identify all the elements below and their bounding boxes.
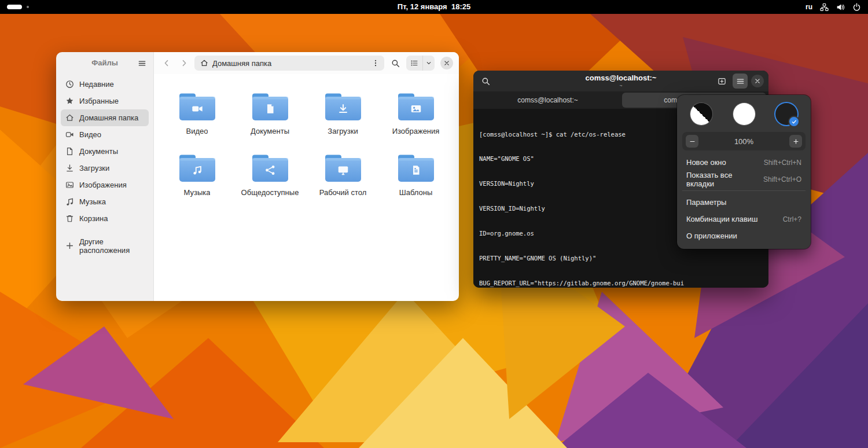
sidebar-item-home[interactable]: Домашняя папка <box>61 109 149 126</box>
back-button[interactable] <box>160 56 174 70</box>
files-header-bar: Домашняя папка <box>154 52 459 74</box>
menu-item-accel: Ctrl+? <box>776 215 801 223</box>
console-main-menu-button[interactable] <box>733 74 748 89</box>
sidebar-item-label: Видео <box>79 130 101 139</box>
folder-item-desktop[interactable]: Рабочий стол <box>309 153 377 197</box>
plus-icon <box>65 241 74 250</box>
system-tray[interactable]: ru <box>806 0 861 14</box>
folder-item-music[interactable]: Музыка <box>163 153 231 197</box>
list-view-icon <box>410 59 418 67</box>
menu-item-label: О приложении <box>686 232 737 240</box>
terminal-line: PRETTY_NAME="GNOME OS (Nightly)" <box>479 254 763 262</box>
sidebar-item-documents[interactable]: Документы <box>61 143 149 160</box>
sidebar-item-pictures[interactable]: Изображения <box>61 177 149 193</box>
list-view-button[interactable] <box>406 56 423 71</box>
image-emblem-icon <box>410 102 422 115</box>
files-main-menu-button[interactable] <box>135 56 149 70</box>
menu-item-keyboard-shortcuts[interactable]: Комбинации клавиш Ctrl+? <box>681 211 807 227</box>
folder-label: Видео <box>186 127 208 135</box>
files-sidebar-list: Недавние Избранные Домашняя папка Видео … <box>56 74 153 254</box>
console-menu-popover: 100% Новое окно Shift+Ctrl+N Показать вс… <box>677 95 811 249</box>
view-options-button[interactable] <box>423 56 435 71</box>
check-icon <box>792 119 797 124</box>
chevron-right-icon <box>180 59 188 67</box>
folder-item-videos[interactable]: Видео <box>163 91 231 135</box>
zoom-out-button[interactable] <box>686 135 698 148</box>
home-icon <box>200 59 208 67</box>
theme-system-button[interactable] <box>690 103 712 125</box>
files-sidebar: Файлы Недавние Избранные Домашняя папка <box>56 52 153 301</box>
sidebar-item-recent[interactable]: Недавние <box>61 76 149 93</box>
image-icon <box>65 181 74 189</box>
folder-grid: Видео Документы Загрузки <box>154 74 459 197</box>
console-tab-1[interactable]: comss@localhost:~ <box>476 93 620 108</box>
menu-item-label: Новое окно <box>686 158 726 167</box>
menu-item-accel: Shift+Ctrl+O <box>756 175 801 183</box>
sidebar-item-music[interactable]: Музыка <box>61 193 149 210</box>
folder-label: Общедоступные <box>241 188 299 197</box>
menu-item-show-all-tabs[interactable]: Показать все вкладки Shift+Ctrl+O <box>681 171 807 188</box>
minus-icon <box>689 138 696 145</box>
terminal-line: BUG_REPORT_URL="https://gitlab.gnome.org… <box>479 279 763 287</box>
clock[interactable]: Пт, 12 января 18:25 <box>0 0 868 14</box>
power-icon <box>852 3 861 12</box>
music-icon <box>65 197 74 206</box>
files-content: Домашняя папка <box>153 52 459 301</box>
theme-light-button[interactable] <box>733 103 755 125</box>
path-location-label: Домашняя папка <box>212 59 271 68</box>
theme-selector <box>681 100 807 132</box>
selected-check-badge <box>788 116 800 127</box>
folder-item-documents[interactable]: Документы <box>236 91 304 135</box>
menu-item-label: Параметры <box>686 198 726 207</box>
path-bar[interactable]: Домашняя папка <box>194 56 384 71</box>
folder-item-templates[interactable]: Шаблоны <box>382 153 450 197</box>
menu-item-preferences[interactable]: Параметры <box>681 194 807 211</box>
document-emblem-icon <box>264 102 277 115</box>
hamburger-icon <box>138 59 146 68</box>
new-tab-button[interactable] <box>714 74 729 89</box>
sidebar-item-videos[interactable]: Видео <box>61 126 149 143</box>
folder-item-downloads[interactable]: Загрузки <box>309 91 377 135</box>
sidebar-item-trash[interactable]: Корзина <box>61 210 149 227</box>
folder-icon <box>323 91 363 123</box>
search-button[interactable] <box>388 56 403 71</box>
folder-icon <box>323 153 363 184</box>
menu-item-about[interactable]: О приложении <box>681 227 807 244</box>
volume-icon <box>836 3 845 12</box>
network-wired-icon <box>820 3 829 12</box>
console-header-actions <box>714 74 764 89</box>
forward-button[interactable] <box>177 56 191 70</box>
folder-item-pictures[interactable]: Изображения <box>382 91 450 135</box>
close-icon <box>444 60 450 66</box>
sidebar-item-label: Загрузки <box>79 164 109 172</box>
search-icon <box>391 59 400 68</box>
sidebar-item-other-locations[interactable]: Другие расположения <box>61 237 149 254</box>
template-emblem-icon <box>410 164 422 177</box>
theme-dark-button[interactable] <box>775 103 797 125</box>
sidebar-item-starred[interactable]: Избранные <box>61 93 149 109</box>
zoom-level: 100% <box>698 137 789 146</box>
folder-label: Изображения <box>392 127 440 135</box>
menu-item-new-window[interactable]: Новое окно Shift+Ctrl+N <box>681 154 807 171</box>
console-close-button[interactable] <box>751 75 764 87</box>
menu-separator <box>682 190 806 191</box>
sidebar-item-label: Документы <box>79 147 118 156</box>
console-header-bar: comss@localhost:~ ~ <box>473 71 768 91</box>
recent-icon <box>65 80 74 89</box>
view-toggle-group <box>406 56 435 71</box>
menu-item-label: Комбинации клавиш <box>686 215 758 223</box>
share-emblem-icon <box>264 164 277 177</box>
folder-label: Документы <box>251 127 289 135</box>
folder-item-public[interactable]: Общедоступные <box>236 153 304 197</box>
document-icon <box>65 147 74 156</box>
folder-icon <box>396 153 436 184</box>
zoom-in-button[interactable] <box>789 135 802 148</box>
keyboard-layout-indicator[interactable]: ru <box>806 3 812 11</box>
video-emblem-icon <box>191 102 204 115</box>
files-close-button[interactable] <box>440 57 453 69</box>
trash-icon <box>65 214 74 223</box>
sidebar-item-downloads[interactable]: Загрузки <box>61 160 149 177</box>
sidebar-item-label: Домашняя папка <box>79 113 138 122</box>
folder-icon <box>251 153 290 184</box>
path-menu-button[interactable] <box>369 57 382 69</box>
